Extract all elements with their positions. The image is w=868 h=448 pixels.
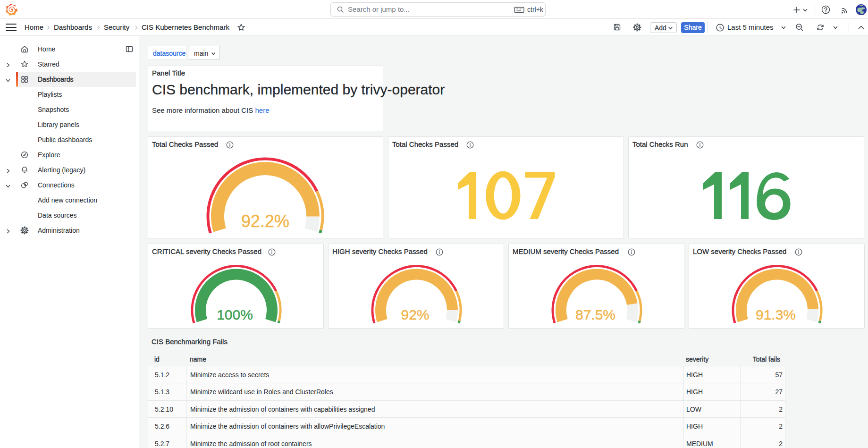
svg-text:91.3%: 91.3%: [756, 307, 796, 322]
svg-text:92%: 92%: [401, 307, 429, 322]
svg-text:92.2%: 92.2%: [241, 211, 289, 231]
svg-text:100%: 100%: [217, 307, 253, 322]
svg-text:87.5%: 87.5%: [575, 307, 615, 322]
